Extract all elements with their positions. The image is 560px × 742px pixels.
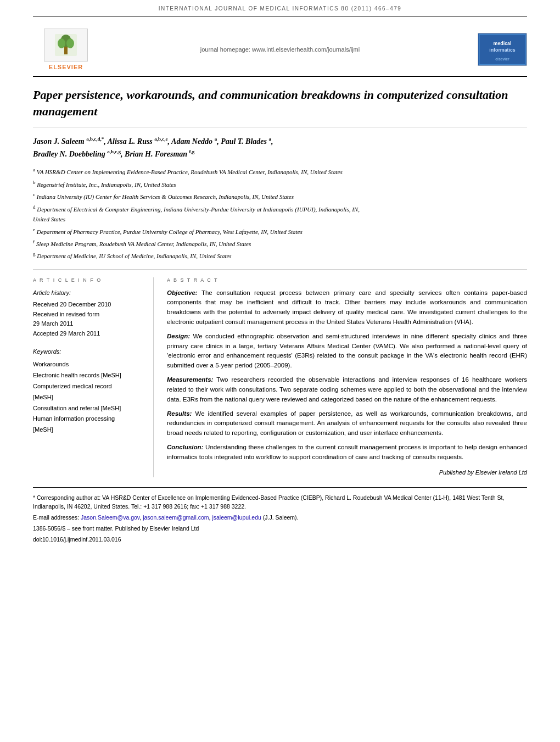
author-adam: Adam Neddo <box>171 137 212 146</box>
affiliations: a VA HSR&D Center on Implementing Eviden… <box>33 166 527 269</box>
keyword-5: Human information processing[MeSH] <box>33 414 144 436</box>
abstract-heading: A B S T R A C T <box>167 277 527 283</box>
right-col: A B S T R A C T Objective: The consultat… <box>167 277 527 477</box>
header-section: ELSEVIER journal homepage: www.intl.else… <box>33 23 527 77</box>
keyword-2: Electronic health records [MeSH] <box>33 370 144 381</box>
aff-c: c Indiana University (IU) Center for Hea… <box>33 191 527 202</box>
abstract-design: Design: We conducted ethnographic observ… <box>167 332 527 371</box>
footer-email: E-mail addresses: Jason.Saleem@va.gov, j… <box>33 513 527 522</box>
measurements-label: Measurements: <box>167 376 213 383</box>
email-link-3[interactable]: jsaleem@iupui.edu <box>212 514 261 521</box>
aff-d: d Department of Electrical & Computer En… <box>33 203 527 225</box>
svg-text:informatics: informatics <box>489 47 516 53</box>
keyword-3: Computerized medical record[MeSH] <box>33 381 144 403</box>
email-link-2[interactable]: jason.saleem@gmail.com <box>143 514 209 521</box>
svg-point-4 <box>66 38 74 48</box>
elsevier-wordmark: ELSEVIER <box>49 64 83 70</box>
abstract-conclusion: Conclusion: Understanding these challeng… <box>167 443 527 462</box>
abstract-section: Objective: The consultation request proc… <box>167 288 527 477</box>
abstract-measurements: Measurements: Two researchers recorded t… <box>167 375 527 404</box>
measurements-text: Two researchers recorded the observable … <box>167 376 527 403</box>
page-wrapper: INTERNATIONAL JOURNAL OF MEDICAL INFORMA… <box>0 0 560 742</box>
accepted-date: Accepted 29 March 2011 <box>33 329 144 339</box>
abstract-objective: Objective: The consultation request proc… <box>167 288 527 327</box>
history-label: Article history: <box>33 288 144 298</box>
conclusion-label: Conclusion: <box>167 444 203 450</box>
elsevier-logo: ELSEVIER <box>33 29 99 70</box>
footer-doi: doi:10.1016/j.ijmedinf.2011.03.016 <box>33 535 527 544</box>
footer-section: * Corresponding author at: VA HSR&D Cent… <box>33 487 527 544</box>
keyword-1: Workarounds <box>33 359 144 370</box>
journal-citation: INTERNATIONAL JOURNAL OF MEDICAL INFORMA… <box>159 5 402 12</box>
footer-corresponding: * Corresponding author at: VA HSR&D Cent… <box>33 493 527 512</box>
revised-date: Received in revised form29 March 2011 <box>33 310 144 329</box>
results-label: Results: <box>167 410 192 417</box>
results-text: We identified several examples of paper … <box>167 410 527 437</box>
journal-url: journal homepage: www.intl.elsevierhealt… <box>200 46 360 53</box>
aff-b: b Regenstrief Institute, Inc., Indianapo… <box>33 178 527 189</box>
left-col: A R T I C L E I N F O Article history: R… <box>33 277 154 477</box>
keyword-4: Consultation and referral [MeSH] <box>33 403 144 414</box>
svg-point-3 <box>58 38 65 48</box>
article-info-heading: A R T I C L E I N F O <box>33 277 144 283</box>
design-text: We conducted ethnographic observation an… <box>167 333 527 369</box>
objective-text: The consultation request process between… <box>167 289 527 325</box>
aff-f: f Sleep Medicine Program, Roudebush VA M… <box>33 238 527 249</box>
published-by: Published by Elsevier Ireland Ltd <box>167 468 527 477</box>
keywords-label: Keywords: <box>33 347 144 358</box>
objective-label: Objective: <box>167 289 198 296</box>
aff-e: e Department of Pharmacy Practice, Purdu… <box>33 226 527 237</box>
authors: Jason J. Saleem a,b,c,d,*, Alissa L. Rus… <box>33 135 527 160</box>
design-label: Design: <box>167 333 190 339</box>
email-link-1[interactable]: Jason.Saleem@va.gov <box>81 514 139 521</box>
received-date: Received 20 December 2010 <box>33 300 144 310</box>
abstract-results: Results: We identified several examples … <box>167 409 527 438</box>
keywords-section: Keywords: Workarounds Electronic health … <box>33 347 144 436</box>
mi-logo-svg: medical informatics elsevier <box>478 33 527 66</box>
two-col-layout: A R T I C L E I N F O Article history: R… <box>33 277 527 477</box>
aff-a: a VA HSR&D Center on Implementing Eviden… <box>33 166 527 177</box>
conclusion-text: Understanding these challenges to the cu… <box>167 444 527 460</box>
svg-text:medical: medical <box>494 41 512 46</box>
article-title: Paper persistence, workarounds, and comm… <box>33 87 527 127</box>
elsevier-tree-logo <box>44 29 88 62</box>
journal-homepage: journal homepage: www.intl.elsevierhealt… <box>99 46 461 53</box>
mi-logo: medical informatics elsevier <box>461 33 527 66</box>
journal-bar: INTERNATIONAL JOURNAL OF MEDICAL INFORMA… <box>33 0 527 16</box>
footer-issn: 1386-5056/$ – see front matter. Publishe… <box>33 524 527 533</box>
svg-rect-2 <box>64 47 68 54</box>
aff-g: g Department of Medicine, IU School of M… <box>33 250 527 261</box>
elsevier-tree-svg <box>49 31 82 59</box>
svg-text:elsevier: elsevier <box>495 57 509 61</box>
article-history: Article history: Received 20 December 20… <box>33 288 144 339</box>
author-jason: Jason <box>33 137 52 146</box>
mi-logo-box: medical informatics elsevier <box>478 33 527 66</box>
